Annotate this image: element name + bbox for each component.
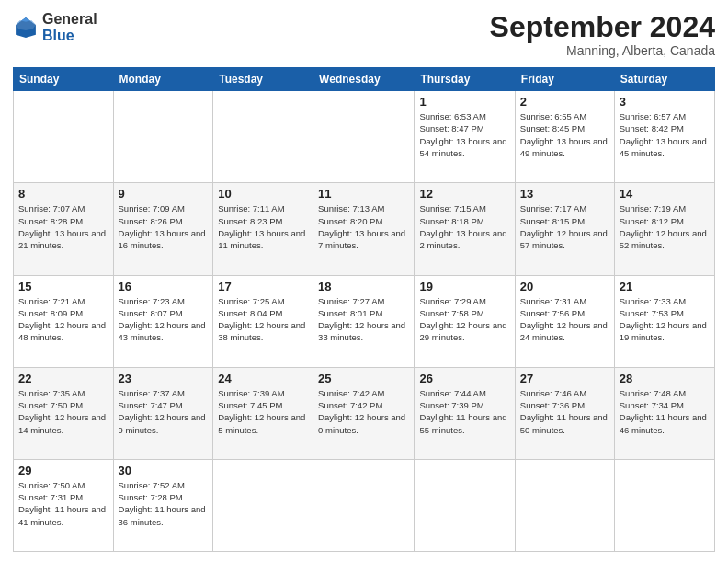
header-friday: Friday <box>515 68 614 91</box>
table-row <box>213 91 313 183</box>
table-row: 1Sunrise: 6:53 AMSunset: 8:47 PMDaylight… <box>415 91 515 183</box>
table-row: 20Sunrise: 7:31 AMSunset: 7:56 PMDayligh… <box>515 275 614 367</box>
location: Manning, Alberta, Canada <box>490 43 715 58</box>
day-info: Sunrise: 7:52 AMSunset: 7:28 PMDaylight:… <box>119 479 209 528</box>
day-number: 26 <box>419 372 509 385</box>
table-row: 9Sunrise: 7:09 AMSunset: 8:26 PMDaylight… <box>113 183 213 275</box>
day-info: Sunrise: 7:23 AMSunset: 8:07 PMDaylight:… <box>119 295 209 344</box>
table-row: 23Sunrise: 7:37 AMSunset: 7:47 PMDayligh… <box>113 367 213 459</box>
day-info: Sunrise: 7:21 AMSunset: 8:09 PMDaylight:… <box>18 295 108 344</box>
day-info: Sunrise: 7:09 AMSunset: 8:26 PMDaylight:… <box>119 202 209 251</box>
table-row: 24Sunrise: 7:39 AMSunset: 7:45 PMDayligh… <box>213 367 313 459</box>
day-info: Sunrise: 6:53 AMSunset: 8:47 PMDaylight:… <box>419 110 509 159</box>
header-thursday: Thursday <box>415 68 515 91</box>
day-number: 1 <box>419 95 509 109</box>
day-number: 18 <box>318 280 409 293</box>
day-number: 10 <box>218 187 308 201</box>
table-row: 19Sunrise: 7:29 AMSunset: 7:58 PMDayligh… <box>415 275 515 367</box>
day-number: 30 <box>119 464 209 477</box>
day-info: Sunrise: 7:13 AMSunset: 8:20 PMDaylight:… <box>318 202 409 251</box>
day-info: Sunrise: 7:29 AMSunset: 7:58 PMDaylight:… <box>419 295 509 344</box>
day-info: Sunrise: 7:46 AMSunset: 7:36 PMDaylight:… <box>520 387 609 436</box>
day-number: 3 <box>620 95 710 109</box>
table-row <box>113 91 213 183</box>
calendar-week-row: 1Sunrise: 6:53 AMSunset: 8:47 PMDaylight… <box>14 91 715 183</box>
day-number: 9 <box>119 187 209 201</box>
day-info: Sunrise: 7:33 AMSunset: 7:53 PMDaylight:… <box>620 295 710 344</box>
day-info: Sunrise: 7:35 AMSunset: 7:50 PMDaylight:… <box>18 387 108 436</box>
day-number: 2 <box>520 95 609 109</box>
day-info: Sunrise: 7:15 AMSunset: 8:18 PMDaylight:… <box>419 202 509 251</box>
table-row <box>213 459 313 551</box>
calendar-table: Sunday Monday Tuesday Wednesday Thursday… <box>13 67 715 552</box>
table-row: 18Sunrise: 7:27 AMSunset: 8:01 PMDayligh… <box>313 275 415 367</box>
logo: General Blue <box>13 11 97 43</box>
table-row: 16Sunrise: 7:23 AMSunset: 8:07 PMDayligh… <box>113 275 213 367</box>
header-sunday: Sunday <box>14 68 114 91</box>
day-number: 17 <box>218 280 308 293</box>
table-row <box>14 91 114 183</box>
logo-text: General Blue <box>42 11 97 43</box>
svg-marker-2 <box>16 20 36 30</box>
table-row <box>313 91 415 183</box>
day-info: Sunrise: 7:07 AMSunset: 8:28 PMDaylight:… <box>18 202 108 251</box>
day-number: 16 <box>119 280 209 293</box>
calendar-week-row: 29Sunrise: 7:50 AMSunset: 7:31 PMDayligh… <box>14 459 715 551</box>
table-row: 22Sunrise: 7:35 AMSunset: 7:50 PMDayligh… <box>14 367 114 459</box>
day-info: Sunrise: 6:55 AMSunset: 8:45 PMDaylight:… <box>520 110 609 159</box>
table-row: 29Sunrise: 7:50 AMSunset: 7:31 PMDayligh… <box>14 459 114 551</box>
day-number: 14 <box>620 187 710 201</box>
table-row: 2Sunrise: 6:55 AMSunset: 8:45 PMDaylight… <box>515 91 614 183</box>
day-info: Sunrise: 7:11 AMSunset: 8:23 PMDaylight:… <box>218 202 308 251</box>
day-number: 28 <box>620 372 710 385</box>
table-row: 10Sunrise: 7:11 AMSunset: 8:23 PMDayligh… <box>213 183 313 275</box>
day-info: Sunrise: 6:57 AMSunset: 8:42 PMDaylight:… <box>620 110 710 159</box>
day-number: 15 <box>18 280 108 293</box>
day-info: Sunrise: 7:50 AMSunset: 7:31 PMDaylight:… <box>18 479 108 528</box>
day-number: 22 <box>18 372 108 385</box>
day-number: 29 <box>18 464 108 477</box>
day-info: Sunrise: 7:19 AMSunset: 8:12 PMDaylight:… <box>620 202 710 251</box>
month-title: September 2024 <box>490 11 715 43</box>
day-info: Sunrise: 7:27 AMSunset: 8:01 PMDaylight:… <box>318 295 409 344</box>
calendar-week-row: 15Sunrise: 7:21 AMSunset: 8:09 PMDayligh… <box>14 275 715 367</box>
table-row: 8Sunrise: 7:07 AMSunset: 8:28 PMDaylight… <box>14 183 114 275</box>
day-info: Sunrise: 7:48 AMSunset: 7:34 PMDaylight:… <box>620 387 710 436</box>
header-monday: Monday <box>113 68 213 91</box>
day-number: 27 <box>520 372 609 385</box>
day-info: Sunrise: 7:39 AMSunset: 7:45 PMDaylight:… <box>218 387 308 436</box>
page: General Blue September 2024 Manning, Alb… <box>0 0 728 563</box>
table-row <box>313 459 415 551</box>
day-number: 21 <box>620 280 710 293</box>
day-info: Sunrise: 7:31 AMSunset: 7:56 PMDaylight:… <box>520 295 609 344</box>
day-number: 23 <box>119 372 209 385</box>
day-number: 19 <box>419 280 509 293</box>
calendar-week-row: 8Sunrise: 7:07 AMSunset: 8:28 PMDaylight… <box>14 183 715 275</box>
table-row <box>415 459 515 551</box>
table-row: 21Sunrise: 7:33 AMSunset: 7:53 PMDayligh… <box>614 275 714 367</box>
day-number: 12 <box>419 187 509 201</box>
table-row <box>614 459 714 551</box>
table-row: 27Sunrise: 7:46 AMSunset: 7:36 PMDayligh… <box>515 367 614 459</box>
day-info: Sunrise: 7:37 AMSunset: 7:47 PMDaylight:… <box>119 387 209 436</box>
day-info: Sunrise: 7:17 AMSunset: 8:15 PMDaylight:… <box>520 202 609 251</box>
day-number: 8 <box>18 187 108 201</box>
table-row <box>515 459 614 551</box>
table-row: 3Sunrise: 6:57 AMSunset: 8:42 PMDaylight… <box>614 91 714 183</box>
day-number: 25 <box>318 372 409 385</box>
table-row: 30Sunrise: 7:52 AMSunset: 7:28 PMDayligh… <box>113 459 213 551</box>
header-wednesday: Wednesday <box>313 68 415 91</box>
day-info: Sunrise: 7:25 AMSunset: 8:04 PMDaylight:… <box>218 295 308 344</box>
table-row: 26Sunrise: 7:44 AMSunset: 7:39 PMDayligh… <box>415 367 515 459</box>
header: General Blue September 2024 Manning, Alb… <box>13 11 715 58</box>
table-row: 28Sunrise: 7:48 AMSunset: 7:34 PMDayligh… <box>614 367 714 459</box>
table-row: 12Sunrise: 7:15 AMSunset: 8:18 PMDayligh… <box>415 183 515 275</box>
header-saturday: Saturday <box>614 68 714 91</box>
day-number: 24 <box>218 372 308 385</box>
table-row: 25Sunrise: 7:42 AMSunset: 7:42 PMDayligh… <box>313 367 415 459</box>
table-row: 15Sunrise: 7:21 AMSunset: 8:09 PMDayligh… <box>14 275 114 367</box>
header-tuesday: Tuesday <box>213 68 313 91</box>
table-row: 17Sunrise: 7:25 AMSunset: 8:04 PMDayligh… <box>213 275 313 367</box>
day-info: Sunrise: 7:44 AMSunset: 7:39 PMDaylight:… <box>419 387 509 436</box>
table-row: 14Sunrise: 7:19 AMSunset: 8:12 PMDayligh… <box>614 183 714 275</box>
